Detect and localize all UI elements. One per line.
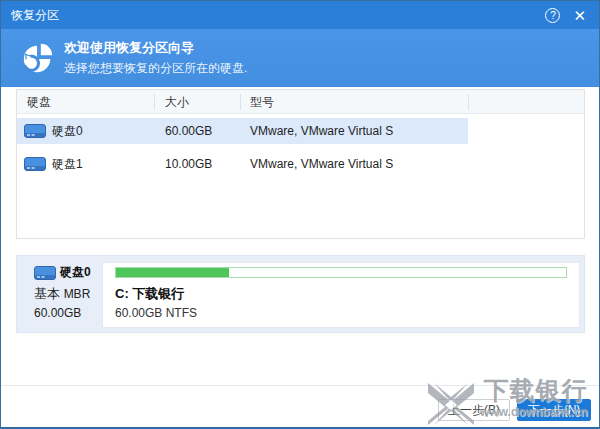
column-header-model[interactable]: 型号 — [250, 90, 274, 114]
hard-disk-icon — [34, 266, 56, 280]
disk-row-1[interactable]: 硬盘1 10.00GB VMware, VMware Virtual S — [17, 151, 468, 177]
disk-name: 硬盘0 — [52, 118, 83, 144]
partition-block[interactable]: C: 下载银行 60.00GB NTFS — [102, 262, 580, 328]
column-header-disk[interactable]: 硬盘 — [27, 90, 51, 114]
disk-size: 10.00GB — [165, 151, 212, 177]
column-divider — [468, 94, 469, 110]
disk-model: VMware, VMware Virtual S — [250, 118, 393, 144]
next-button[interactable]: 下一步(N) — [517, 399, 591, 421]
usage-bar — [115, 267, 567, 278]
wizard-subtitle: 选择您想要恢复的分区所在的硬盘. — [64, 60, 247, 77]
recover-partition-icon — [21, 41, 55, 75]
help-icon[interactable]: ? — [545, 8, 560, 23]
detail-disk-name: 硬盘0 — [60, 264, 91, 281]
disk-detail-panel: 硬盘0 基本 MBR 60.00GB C: 下载银行 60.00GB NTFS — [16, 255, 585, 333]
wizard-header: 欢迎使用恢复分区向导 选择您想要恢复的分区所在的硬盘. — [1, 29, 599, 87]
disk-table: 硬盘 大小 型号 硬盘0 60.00GB VMware, VMware Virt… — [16, 89, 585, 239]
disk-row-0[interactable]: 硬盘0 60.00GB VMware, VMware Virtual S — [17, 118, 468, 144]
detail-disk-type: 基本 MBR — [34, 285, 102, 303]
detail-disk-size: 60.00GB — [34, 306, 102, 320]
window-title: 恢复分区 — [11, 7, 59, 24]
close-icon[interactable]: ✕ — [570, 8, 589, 23]
recover-partition-window: 恢复分区 ? ✕ 欢迎使用恢复分区向导 选择您想要恢复的分区所在的硬盘. 硬盘 … — [0, 0, 600, 429]
disk-model: VMware, VMware Virtual S — [250, 151, 393, 177]
disk-table-header: 硬盘 大小 型号 — [17, 90, 584, 114]
disk-size: 60.00GB — [165, 118, 212, 144]
footer-divider — [1, 385, 599, 386]
column-header-size[interactable]: 大小 — [165, 90, 189, 114]
column-divider — [240, 94, 241, 110]
disk-name: 硬盘1 — [52, 151, 83, 177]
usage-bar-fill — [116, 268, 229, 277]
titlebar: 恢复分区 ? ✕ — [1, 1, 599, 29]
wizard-title: 欢迎使用恢复分区向导 — [64, 39, 247, 57]
column-divider — [154, 94, 155, 110]
partition-info: 60.00GB NTFS — [115, 306, 197, 320]
partition-label: C: 下载银行 — [115, 285, 184, 303]
hard-disk-icon — [24, 157, 46, 171]
hard-disk-icon — [24, 124, 46, 138]
back-button[interactable]: 上一步(B) — [438, 399, 510, 421]
disk-detail-summary: 硬盘0 基本 MBR 60.00GB — [17, 256, 102, 332]
partition-style: MBR — [64, 287, 91, 301]
